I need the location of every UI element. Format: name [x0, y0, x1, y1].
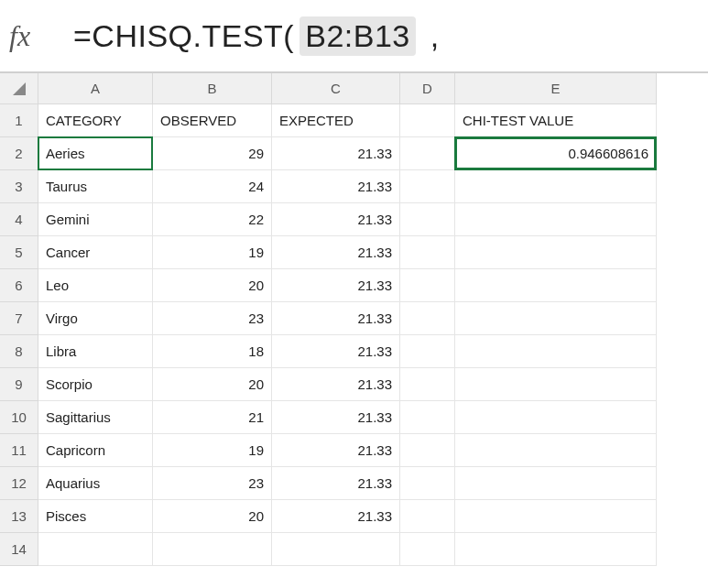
cell[interactable]: [272, 533, 400, 566]
col-header-a[interactable]: A: [38, 73, 153, 104]
cell[interactable]: 19: [153, 236, 272, 269]
col-header-d[interactable]: D: [400, 73, 455, 104]
cell[interactable]: Cancer: [38, 236, 153, 269]
cell[interactable]: [400, 236, 455, 269]
row-header[interactable]: 1: [0, 104, 38, 137]
cell[interactable]: 21.33: [272, 236, 400, 269]
col-header-b[interactable]: B: [153, 73, 272, 104]
cell[interactable]: 21.33: [272, 203, 400, 236]
cell[interactable]: EXPECTED: [272, 104, 400, 137]
row-header[interactable]: 9: [0, 368, 38, 401]
cell[interactable]: Leo: [38, 269, 153, 302]
row-header[interactable]: 11: [0, 434, 38, 467]
row-header[interactable]: 12: [0, 467, 38, 500]
cell[interactable]: 19: [153, 434, 272, 467]
cell[interactable]: Virgo: [38, 302, 153, 335]
cell[interactable]: [455, 533, 657, 566]
select-all-corner[interactable]: [0, 73, 38, 104]
cell[interactable]: [455, 203, 657, 236]
cell[interactable]: [455, 170, 657, 203]
cell[interactable]: 20: [153, 500, 272, 533]
cell[interactable]: Gemini: [38, 203, 153, 236]
formula-bar: fx =CHISQ.TEST( B2:B13 ,: [0, 0, 708, 73]
cell[interactable]: [455, 434, 657, 467]
cell[interactable]: [400, 533, 455, 566]
cell[interactable]: Taurus: [38, 170, 153, 203]
cell[interactable]: [400, 434, 455, 467]
cell[interactable]: [400, 401, 455, 434]
cell[interactable]: 21.33: [272, 137, 400, 170]
cell[interactable]: 23: [153, 302, 272, 335]
cell[interactable]: 23: [153, 467, 272, 500]
cell[interactable]: 18: [153, 335, 272, 368]
cell[interactable]: [400, 368, 455, 401]
cell[interactable]: OBSERVED: [153, 104, 272, 137]
cell[interactable]: [400, 302, 455, 335]
row-header[interactable]: 6: [0, 269, 38, 302]
col-header-e[interactable]: E: [455, 73, 657, 104]
cell[interactable]: [153, 533, 272, 566]
cell[interactable]: [455, 236, 657, 269]
row-header[interactable]: 3: [0, 170, 38, 203]
cell[interactable]: [400, 467, 455, 500]
cell[interactable]: [400, 137, 455, 170]
cell[interactable]: Scorpio: [38, 368, 153, 401]
cell[interactable]: Aquarius: [38, 467, 153, 500]
row-header[interactable]: 13: [0, 500, 38, 533]
cell[interactable]: 21.33: [272, 335, 400, 368]
cell[interactable]: [400, 335, 455, 368]
spreadsheet-grid[interactable]: A B C D E 1 CATEGORY OBSERVED EXPECTED C…: [0, 73, 708, 566]
cell[interactable]: 20: [153, 368, 272, 401]
formula-suffix: ,: [421, 18, 440, 54]
cell[interactable]: [455, 500, 657, 533]
fx-icon[interactable]: fx: [9, 19, 73, 53]
cell[interactable]: 21.33: [272, 368, 400, 401]
row-header[interactable]: 7: [0, 302, 38, 335]
formula-prefix: =CHISQ.TEST(: [73, 18, 294, 54]
cell[interactable]: Sagittarius: [38, 401, 153, 434]
cell[interactable]: CATEGORY: [38, 104, 153, 137]
cell[interactable]: [455, 335, 657, 368]
row-header[interactable]: 2: [0, 137, 38, 170]
cell-active[interactable]: Aeries: [38, 137, 153, 170]
formula-input[interactable]: =CHISQ.TEST( B2:B13 ,: [73, 16, 440, 56]
cell[interactable]: 21.33: [272, 401, 400, 434]
cell[interactable]: [455, 467, 657, 500]
cell[interactable]: [455, 302, 657, 335]
cell[interactable]: [38, 533, 153, 566]
cell[interactable]: 21: [153, 401, 272, 434]
cell[interactable]: [400, 170, 455, 203]
cell[interactable]: Pisces: [38, 500, 153, 533]
cell[interactable]: Libra: [38, 335, 153, 368]
row-header[interactable]: 10: [0, 401, 38, 434]
col-header-c[interactable]: C: [272, 73, 400, 104]
cell[interactable]: 22: [153, 203, 272, 236]
cell[interactable]: 21.33: [272, 302, 400, 335]
cell[interactable]: 21.33: [272, 269, 400, 302]
row-header[interactable]: 5: [0, 236, 38, 269]
chi-test-result-cell[interactable]: 0.946608616: [455, 137, 657, 170]
cell[interactable]: 21.33: [272, 434, 400, 467]
row-header[interactable]: 14: [0, 533, 38, 566]
select-all-icon: [13, 82, 26, 95]
cell[interactable]: 21.33: [272, 170, 400, 203]
cell[interactable]: [400, 500, 455, 533]
cell[interactable]: 21.33: [272, 467, 400, 500]
cell[interactable]: 21.33: [272, 500, 400, 533]
cell[interactable]: 20: [153, 269, 272, 302]
cell[interactable]: CHI-TEST VALUE: [455, 104, 657, 137]
row-header[interactable]: 8: [0, 335, 38, 368]
cell[interactable]: [400, 269, 455, 302]
cell[interactable]: [400, 104, 455, 137]
cell[interactable]: Capricorn: [38, 434, 153, 467]
cell[interactable]: [455, 269, 657, 302]
cell[interactable]: 24: [153, 170, 272, 203]
row-header[interactable]: 4: [0, 203, 38, 236]
svg-marker-0: [13, 82, 26, 95]
formula-highlight-range: B2:B13: [300, 16, 416, 56]
cell[interactable]: [455, 368, 657, 401]
cell[interactable]: [455, 401, 657, 434]
cell[interactable]: [400, 203, 455, 236]
cell[interactable]: 29: [153, 137, 272, 170]
